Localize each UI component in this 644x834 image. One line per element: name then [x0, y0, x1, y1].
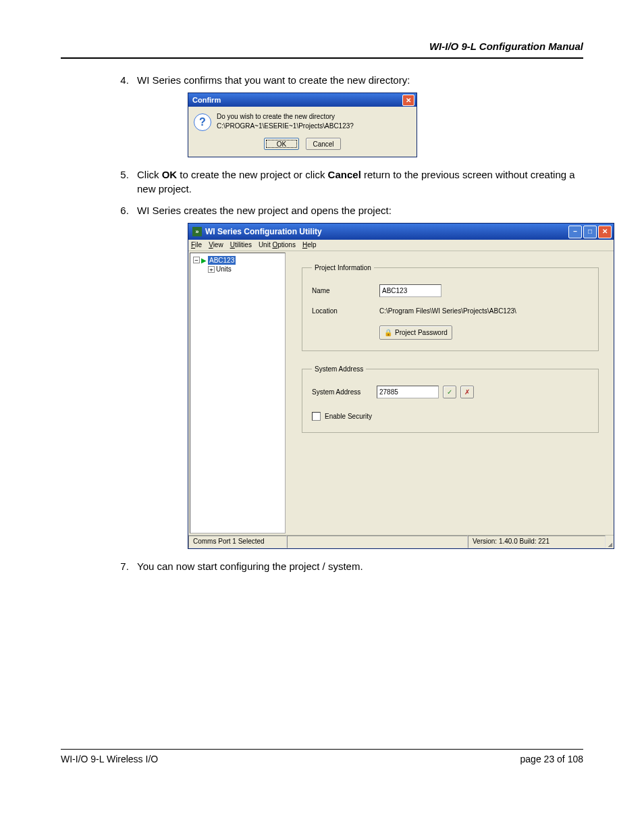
confirm-title: Confirm	[192, 95, 221, 105]
name-label: Name	[312, 286, 373, 296]
tree-arrow-icon: ▶	[201, 256, 207, 265]
page-footer: WI-I/O 9-L Wireless I/O page 23 of 108	[61, 749, 583, 764]
project-info-group: Project Information Name Location C:\Pro…	[302, 263, 599, 351]
menu-bar: File View Utilities Unit Options Help	[188, 240, 614, 251]
step-6: WI Series creates the new project and op…	[132, 204, 583, 549]
ok-button[interactable]: OK	[264, 138, 299, 150]
confirm-dialog: Confirm ✕ ? Do you wish to create the ne…	[188, 93, 417, 157]
app-window: » WI Series Configuration Utility – □ ✕ …	[188, 223, 614, 549]
project-password-button[interactable]: 🔒 Project Password	[379, 325, 452, 340]
status-left: Comms Port 1 Selected	[188, 536, 287, 548]
x-icon[interactable]: ✗	[460, 386, 474, 398]
project-info-legend: Project Information	[312, 263, 374, 273]
menu-file[interactable]: File	[191, 240, 202, 250]
step-5: Click OK to create the new project or cl…	[132, 168, 583, 196]
tree-pane[interactable]: − ▶ ABC123 + Units	[190, 253, 286, 533]
lock-icon: 🔒	[384, 329, 392, 336]
resize-grip-icon[interactable]	[606, 536, 614, 548]
status-right: Version: 1.40.0 Build: 221	[468, 536, 606, 548]
system-address-input[interactable]	[377, 386, 439, 398]
tree-child-units[interactable]: Units	[216, 265, 232, 274]
tree-collapse-icon[interactable]: −	[193, 257, 200, 263]
close-icon[interactable]: ✕	[402, 95, 414, 106]
system-address-group: System Address System Address ✓ ✗ Enable…	[302, 365, 599, 433]
app-title: WI Series Configuration Utility	[205, 226, 322, 237]
system-address-label: System Address	[312, 388, 373, 397]
menu-utilities[interactable]: Utilities	[230, 240, 252, 250]
confirm-titlebar: Confirm ✕	[188, 93, 417, 107]
system-address-legend: System Address	[312, 365, 366, 374]
confirm-message: Do you wish to create the new directory …	[217, 112, 411, 130]
status-mid	[287, 536, 468, 548]
minimize-icon[interactable]: –	[568, 226, 582, 238]
menu-help[interactable]: Help	[302, 240, 317, 250]
question-icon: ?	[194, 113, 211, 131]
header-rule	[61, 57, 583, 59]
status-bar: Comms Port 1 Selected Version: 1.40.0 Bu…	[188, 535, 614, 548]
doc-header: WI-I/O 9-L Configuration Manual	[61, 41, 583, 52]
enable-security-checkbox[interactable]	[312, 412, 321, 421]
cancel-button[interactable]: Cancel	[306, 138, 341, 150]
menu-unit-options[interactable]: Unit Options	[259, 240, 296, 250]
form-pane: Project Information Name Location C:\Pro…	[287, 251, 614, 535]
menu-view[interactable]: View	[209, 240, 223, 250]
check-icon[interactable]: ✓	[443, 386, 456, 398]
tree-expand-icon[interactable]: +	[208, 266, 215, 273]
step-7: You can now start configuring the projec…	[132, 560, 583, 573]
close-icon[interactable]: ✕	[598, 226, 612, 238]
location-label: Location	[312, 307, 373, 316]
maximize-icon[interactable]: □	[583, 226, 597, 238]
footer-left: WI-I/O 9-L Wireless I/O	[61, 754, 158, 764]
location-value: C:\Program Files\WI Series\Projects\ABC1…	[379, 307, 516, 316]
footer-right: page 23 of 108	[520, 754, 583, 764]
app-titlebar: » WI Series Configuration Utility – □ ✕	[188, 223, 614, 240]
step-4: WI Series confirms that you want to crea…	[132, 74, 583, 157]
name-input[interactable]	[379, 284, 441, 297]
app-icon: »	[192, 227, 202, 236]
tree-root-selected[interactable]: ABC123	[208, 256, 236, 265]
enable-security-label: Enable Security	[325, 412, 372, 421]
